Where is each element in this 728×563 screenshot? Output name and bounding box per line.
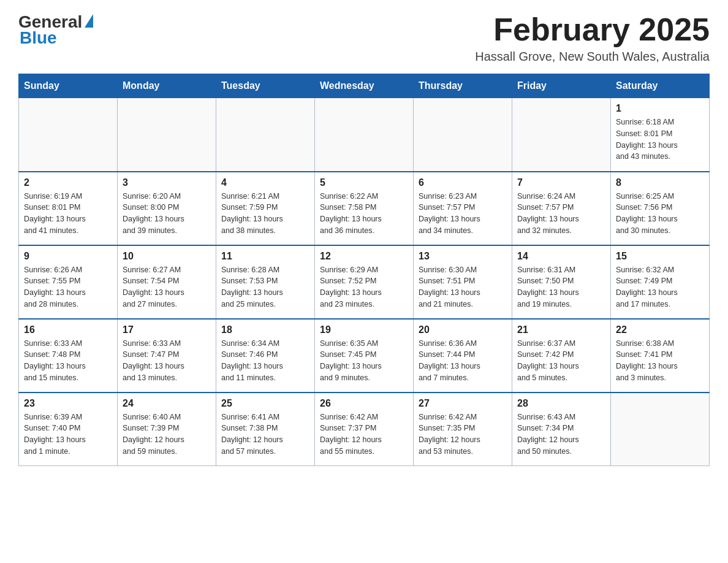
calendar-cell: 17Sunrise: 6:33 AMSunset: 7:47 PMDayligh… <box>118 319 216 393</box>
calendar-cell: 3Sunrise: 6:20 AMSunset: 8:00 PMDaylight… <box>118 172 216 245</box>
day-number: 24 <box>123 398 211 409</box>
calendar-cell: 16Sunrise: 6:33 AMSunset: 7:48 PMDayligh… <box>19 319 118 393</box>
calendar-cell: 4Sunrise: 6:21 AMSunset: 7:59 PMDaylight… <box>216 172 315 245</box>
day-info: Sunrise: 6:40 AMSunset: 7:39 PMDaylight:… <box>123 412 211 458</box>
logo-triangle-icon <box>85 14 93 28</box>
day-number: 2 <box>24 177 112 188</box>
day-info: Sunrise: 6:38 AMSunset: 7:41 PMDaylight:… <box>616 338 704 384</box>
calendar-cell: 1Sunrise: 6:18 AMSunset: 8:01 PMDaylight… <box>611 98 710 172</box>
day-info: Sunrise: 6:37 AMSunset: 7:42 PMDaylight:… <box>517 338 605 384</box>
calendar-cell: 7Sunrise: 6:24 AMSunset: 7:57 PMDaylight… <box>512 172 611 245</box>
calendar-cell: 20Sunrise: 6:36 AMSunset: 7:44 PMDayligh… <box>414 319 512 393</box>
day-info: Sunrise: 6:30 AMSunset: 7:51 PMDaylight:… <box>419 264 507 310</box>
calendar-cell: 2Sunrise: 6:19 AMSunset: 8:01 PMDaylight… <box>19 172 118 245</box>
day-info: Sunrise: 6:42 AMSunset: 7:37 PMDaylight:… <box>320 412 408 458</box>
calendar-cell: 19Sunrise: 6:35 AMSunset: 7:45 PMDayligh… <box>315 319 414 393</box>
calendar-cell <box>216 98 315 172</box>
day-number: 16 <box>24 324 112 335</box>
day-info: Sunrise: 6:26 AMSunset: 7:55 PMDaylight:… <box>24 264 112 310</box>
day-info: Sunrise: 6:24 AMSunset: 7:57 PMDaylight:… <box>517 191 605 237</box>
logo: General Blue <box>18 12 94 48</box>
day-number: 5 <box>320 177 408 188</box>
calendar-cell <box>512 98 611 172</box>
calendar-cell: 23Sunrise: 6:39 AMSunset: 7:40 PMDayligh… <box>19 393 118 466</box>
day-info: Sunrise: 6:27 AMSunset: 7:54 PMDaylight:… <box>123 264 211 310</box>
day-number: 7 <box>517 177 605 188</box>
calendar-cell: 15Sunrise: 6:32 AMSunset: 7:49 PMDayligh… <box>611 245 710 319</box>
calendar-cell: 25Sunrise: 6:41 AMSunset: 7:38 PMDayligh… <box>216 393 315 466</box>
calendar-cell: 12Sunrise: 6:29 AMSunset: 7:52 PMDayligh… <box>315 245 414 319</box>
calendar-cell: 27Sunrise: 6:42 AMSunset: 7:35 PMDayligh… <box>414 393 512 466</box>
calendar-cell <box>19 98 118 172</box>
day-info: Sunrise: 6:18 AMSunset: 8:01 PMDaylight:… <box>616 117 704 163</box>
day-of-week-header: Thursday <box>414 74 512 98</box>
day-number: 21 <box>517 324 605 335</box>
day-number: 6 <box>419 177 507 188</box>
day-number: 8 <box>616 177 704 188</box>
calendar-cell <box>118 98 216 172</box>
day-info: Sunrise: 6:35 AMSunset: 7:45 PMDaylight:… <box>320 338 408 384</box>
calendar-cell: 13Sunrise: 6:30 AMSunset: 7:51 PMDayligh… <box>414 245 512 319</box>
day-number: 20 <box>419 324 507 335</box>
day-of-week-header: Tuesday <box>216 74 315 98</box>
day-number: 28 <box>517 398 605 409</box>
calendar-cell: 10Sunrise: 6:27 AMSunset: 7:54 PMDayligh… <box>118 245 216 319</box>
day-info: Sunrise: 6:33 AMSunset: 7:47 PMDaylight:… <box>123 338 211 384</box>
calendar-cell: 24Sunrise: 6:40 AMSunset: 7:39 PMDayligh… <box>118 393 216 466</box>
day-number: 19 <box>320 324 408 335</box>
title-area: February 2025 Hassall Grove, New South W… <box>475 12 710 64</box>
day-info: Sunrise: 6:43 AMSunset: 7:34 PMDaylight:… <box>517 412 605 458</box>
day-number: 23 <box>24 398 112 409</box>
day-info: Sunrise: 6:21 AMSunset: 7:59 PMDaylight:… <box>221 191 309 237</box>
day-info: Sunrise: 6:28 AMSunset: 7:53 PMDaylight:… <box>221 264 309 310</box>
day-number: 1 <box>616 103 704 114</box>
location-subtitle: Hassall Grove, New South Wales, Australi… <box>475 50 710 64</box>
calendar-cell: 11Sunrise: 6:28 AMSunset: 7:53 PMDayligh… <box>216 245 315 319</box>
day-info: Sunrise: 6:41 AMSunset: 7:38 PMDaylight:… <box>221 412 309 458</box>
day-info: Sunrise: 6:25 AMSunset: 7:56 PMDaylight:… <box>616 191 704 237</box>
calendar-cell: 9Sunrise: 6:26 AMSunset: 7:55 PMDaylight… <box>19 245 118 319</box>
day-of-week-header: Saturday <box>611 74 710 98</box>
calendar-cell: 28Sunrise: 6:43 AMSunset: 7:34 PMDayligh… <box>512 393 611 466</box>
day-info: Sunrise: 6:39 AMSunset: 7:40 PMDaylight:… <box>24 412 112 458</box>
calendar-cell <box>414 98 512 172</box>
day-number: 17 <box>123 324 211 335</box>
calendar-week-row: 16Sunrise: 6:33 AMSunset: 7:48 PMDayligh… <box>19 319 710 393</box>
day-of-week-header: Monday <box>118 74 216 98</box>
calendar-cell <box>315 98 414 172</box>
day-number: 13 <box>419 251 507 262</box>
day-info: Sunrise: 6:33 AMSunset: 7:48 PMDaylight:… <box>24 338 112 384</box>
day-number: 3 <box>123 177 211 188</box>
day-info: Sunrise: 6:32 AMSunset: 7:49 PMDaylight:… <box>616 264 704 310</box>
day-of-week-header: Sunday <box>19 74 118 98</box>
day-number: 15 <box>616 251 704 262</box>
month-title: February 2025 <box>475 12 710 47</box>
day-info: Sunrise: 6:20 AMSunset: 8:00 PMDaylight:… <box>123 191 211 237</box>
calendar-week-row: 1Sunrise: 6:18 AMSunset: 8:01 PMDaylight… <box>19 98 710 172</box>
calendar-cell: 5Sunrise: 6:22 AMSunset: 7:58 PMDaylight… <box>315 172 414 245</box>
day-number: 12 <box>320 251 408 262</box>
day-number: 18 <box>221 324 309 335</box>
day-info: Sunrise: 6:31 AMSunset: 7:50 PMDaylight:… <box>517 264 605 310</box>
day-info: Sunrise: 6:19 AMSunset: 8:01 PMDaylight:… <box>24 191 112 237</box>
calendar-cell: 8Sunrise: 6:25 AMSunset: 7:56 PMDaylight… <box>611 172 710 245</box>
day-number: 11 <box>221 251 309 262</box>
day-info: Sunrise: 6:29 AMSunset: 7:52 PMDaylight:… <box>320 264 408 310</box>
day-info: Sunrise: 6:23 AMSunset: 7:57 PMDaylight:… <box>419 191 507 237</box>
day-of-week-header: Friday <box>512 74 611 98</box>
day-number: 4 <box>221 177 309 188</box>
day-info: Sunrise: 6:36 AMSunset: 7:44 PMDaylight:… <box>419 338 507 384</box>
day-info: Sunrise: 6:22 AMSunset: 7:58 PMDaylight:… <box>320 191 408 237</box>
day-number: 10 <box>123 251 211 262</box>
calendar-table: SundayMondayTuesdayWednesdayThursdayFrid… <box>18 74 710 466</box>
calendar-week-row: 2Sunrise: 6:19 AMSunset: 8:01 PMDaylight… <box>19 172 710 245</box>
page-header: General Blue February 2025 Hassall Grove… <box>18 12 710 64</box>
calendar-header-row: SundayMondayTuesdayWednesdayThursdayFrid… <box>19 74 710 98</box>
calendar-cell: 26Sunrise: 6:42 AMSunset: 7:37 PMDayligh… <box>315 393 414 466</box>
calendar-week-row: 23Sunrise: 6:39 AMSunset: 7:40 PMDayligh… <box>19 393 710 466</box>
calendar-cell: 14Sunrise: 6:31 AMSunset: 7:50 PMDayligh… <box>512 245 611 319</box>
day-number: 26 <box>320 398 408 409</box>
calendar-cell: 18Sunrise: 6:34 AMSunset: 7:46 PMDayligh… <box>216 319 315 393</box>
day-number: 27 <box>419 398 507 409</box>
day-info: Sunrise: 6:34 AMSunset: 7:46 PMDaylight:… <box>221 338 309 384</box>
